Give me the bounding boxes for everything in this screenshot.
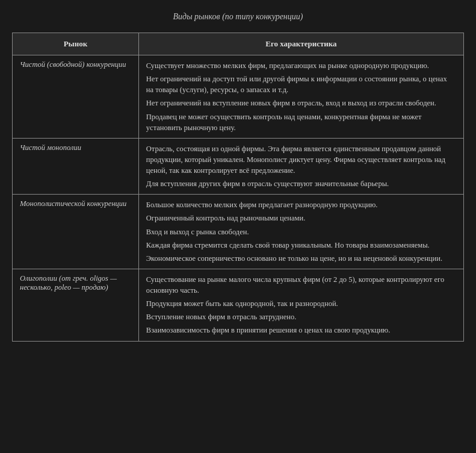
description-paragraph: Существование на рынке малого числа круп…: [146, 274, 456, 296]
market-description-cell: Существует множество мелких фирм, предла…: [138, 55, 463, 139]
column-header-market: Рынок: [13, 33, 139, 55]
description-paragraph: Вход и выход с рынка свободен.: [146, 226, 456, 237]
description-paragraph: Ограниченный контроль над рыночными цена…: [146, 213, 456, 223]
market-name-cell: Чистой (свободной) конкуренции: [13, 55, 139, 139]
description-paragraph: Продукция может быть как однородной, так…: [146, 298, 456, 309]
description-paragraph: Взаимозависимость фирм в принятии решени…: [146, 325, 456, 336]
market-description-cell: Большое количество мелких фирм предлагае…: [138, 195, 463, 269]
market-name-cell: Монополистической конкуренции: [13, 195, 139, 269]
description-paragraph: Для вступления других фирм в отрасль сущ…: [146, 178, 456, 189]
column-header-characteristics: Его характеристика: [138, 33, 463, 55]
description-paragraph: Большое количество мелких фирм предлагае…: [146, 199, 456, 210]
description-paragraph: Нет ограничений на доступ той или другой…: [146, 73, 456, 95]
market-name-cell: Олигополии (от греч. oligos — несколько,…: [13, 269, 139, 341]
market-table: Рынок Его характеристика Чистой (свободн…: [12, 33, 464, 342]
table-row: Чистой (свободной) конкуренцииСуществует…: [13, 55, 464, 139]
page-title: Виды рынков (по типу конкуренции): [12, 12, 464, 22]
table-row: Монополистической конкуренцииБольшое кол…: [13, 195, 464, 269]
market-description-cell: Отрасль, состоящая из одной фирмы. Эта ф…: [138, 138, 463, 195]
market-name-cell: Чистой монополии: [13, 138, 139, 195]
market-description-cell: Существование на рынке малого числа круп…: [138, 269, 463, 341]
description-paragraph: Каждая фирма стремится сделать свой това…: [146, 240, 456, 251]
description-paragraph: Существует множество мелких фирм, предла…: [146, 60, 456, 71]
description-paragraph: Отрасль, состоящая из одной фирмы. Эта ф…: [146, 143, 456, 176]
table-row: Чистой монополииОтрасль, состоящая из од…: [13, 138, 464, 195]
description-paragraph: Нет ограничений на вступление новых фирм…: [146, 98, 456, 108]
description-paragraph: Вступление новых фирм в отрасль затрудне…: [146, 311, 456, 322]
table-row: Олигополии (от греч. oligos — несколько,…: [13, 269, 464, 341]
description-paragraph: Продавец не может осуществить контроль н…: [146, 111, 456, 133]
page-container: Виды рынков (по типу конкуренции) Рынок …: [12, 12, 464, 342]
table-header-row: Рынок Его характеристика: [13, 33, 464, 55]
description-paragraph: Экономическое соперничество основано не …: [146, 253, 456, 264]
